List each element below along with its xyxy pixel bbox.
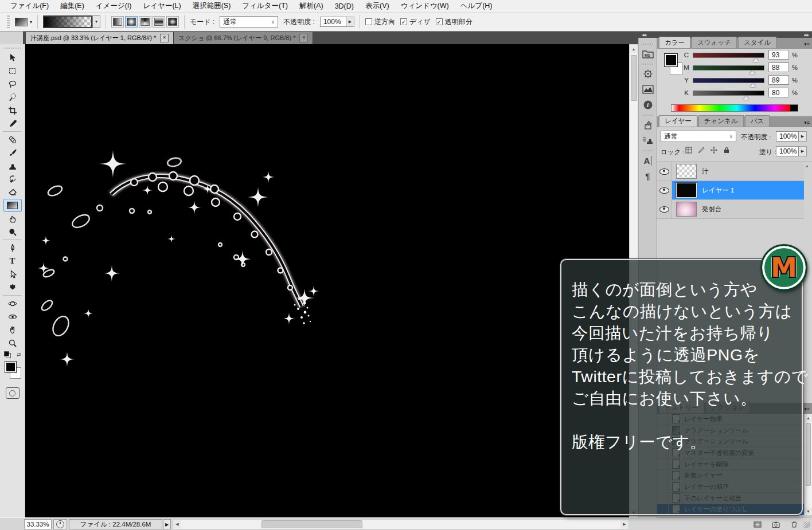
yellow-value-input[interactable]: 89 <box>768 75 789 85</box>
info-icon[interactable]: i <box>641 98 655 112</box>
path-selection-tool[interactable] <box>3 268 22 281</box>
document-tab-active[interactable]: 汁講座.psd @ 33.3% (レイヤー 1, RGB/8#) * ✕ <box>26 32 174 44</box>
menu-edit[interactable]: 編集(E) <box>54 0 90 12</box>
document-tab-inactive[interactable]: スクショ @ 66.7% (レイヤー 9, RGB/8) * ✕ <box>174 32 313 44</box>
color-spectrum-ramp[interactable] <box>671 104 798 112</box>
canvas[interactable] <box>25 44 629 517</box>
dodge-tool[interactable] <box>3 225 22 238</box>
clone-source-icon[interactable] <box>641 134 655 147</box>
histogram-icon[interactable] <box>641 83 655 96</box>
foreground-color-swatch[interactable] <box>5 361 17 373</box>
default-colors-icon[interactable] <box>4 351 10 358</box>
lock-position-icon[interactable] <box>710 146 718 154</box>
clone-stamp-tool[interactable] <box>3 159 22 172</box>
reverse-checkbox[interactable]: 逆方向 <box>365 17 395 27</box>
visibility-toggle[interactable] <box>657 181 672 200</box>
new-document-from-state-button[interactable] <box>751 520 764 529</box>
type-tool[interactable]: T <box>3 254 22 268</box>
vertical-scroll-thumb[interactable] <box>631 55 637 101</box>
scroll-up-icon[interactable]: ▲ <box>630 45 638 53</box>
layer-row-juice[interactable]: 汁 <box>657 162 804 181</box>
magenta-value-input[interactable]: 88 <box>768 62 789 72</box>
layer-name[interactable]: レイヤー 1 <box>702 186 734 195</box>
lock-all-icon[interactable] <box>723 146 731 154</box>
magenta-slider-thumb[interactable] <box>749 70 755 74</box>
dock-grip[interactable] <box>642 113 654 116</box>
toolbar-grip[interactable] <box>4 46 21 50</box>
3d-rotate-tool[interactable] <box>3 297 22 310</box>
visibility-toggle[interactable] <box>657 200 672 219</box>
dock-grip[interactable] <box>642 62 654 65</box>
panel-menu-icon[interactable]: ▾≡ <box>804 41 812 48</box>
reflected-gradient-button[interactable] <box>153 16 165 28</box>
brush-tool[interactable] <box>3 146 22 159</box>
layer-fill-spinner[interactable]: ▶ <box>799 146 807 156</box>
layer-blend-mode-select[interactable]: 通常 ∨ <box>661 131 736 142</box>
cyan-slider-thumb[interactable] <box>753 58 759 62</box>
zoom-tool[interactable] <box>3 336 22 350</box>
canvas-horizontal-scrollbar[interactable]: ◀ ▶ <box>173 519 629 529</box>
menu-view[interactable]: 表示(V) <box>360 0 395 12</box>
3d-orbit-tool[interactable] <box>3 310 22 323</box>
diamond-gradient-button[interactable] <box>166 16 179 28</box>
pen-tool[interactable] <box>3 241 22 254</box>
layer-thumbnail[interactable] <box>676 202 697 217</box>
horizontal-scroll-thumb[interactable] <box>261 520 362 528</box>
panel-menu-icon[interactable]: ▾≡ <box>804 120 812 127</box>
tool-preset-picker[interactable]: ▾ <box>15 18 32 26</box>
tab-color[interactable]: カラー <box>659 37 690 48</box>
layer-name[interactable]: 発射台 <box>702 205 722 214</box>
delete-state-button[interactable] <box>788 520 801 529</box>
mini-bridge-icon[interactable]: Mb <box>641 47 655 61</box>
menu-help[interactable]: ヘルプ(H) <box>455 0 498 12</box>
gradient-preview[interactable] <box>43 15 92 28</box>
yellow-slider[interactable] <box>693 78 764 83</box>
lasso-tool[interactable] <box>3 77 22 91</box>
cyan-slider[interactable] <box>693 53 764 58</box>
smudge-tool[interactable] <box>3 212 22 225</box>
layer-opacity-input[interactable]: 100% <box>776 131 799 142</box>
menu-window[interactable]: ウィンドウ(W) <box>395 0 455 12</box>
opacity-spinner[interactable]: ▶ <box>346 17 354 27</box>
blend-mode-select[interactable]: 通常 ∨ <box>220 16 278 28</box>
menu-filter[interactable]: フィルター(T) <box>236 0 294 12</box>
tab-layers[interactable]: レイヤー <box>659 115 697 127</box>
tab-swatches[interactable]: スウォッチ <box>692 37 737 48</box>
status-menu-arrow[interactable]: ▶ <box>163 519 171 529</box>
lock-transparency-icon[interactable] <box>685 146 693 154</box>
layer-list-scroll-hint[interactable]: ▲ <box>805 164 809 168</box>
expand-dock-icon[interactable]: ▶▶ <box>805 33 809 37</box>
menu-3d[interactable]: 3D(D) <box>329 1 360 11</box>
quick-mask-button[interactable] <box>6 387 19 399</box>
scroll-up-icon[interactable]: ▲ <box>805 414 812 422</box>
zoom-level-input[interactable]: 33.33% <box>24 519 52 529</box>
tool-presets-icon[interactable] <box>641 118 655 132</box>
yellow-slider-thumb[interactable] <box>750 83 756 87</box>
collapse-panels-icon[interactable]: ◀◀ <box>642 33 646 37</box>
navigator-icon[interactable] <box>641 67 655 81</box>
new-snapshot-button[interactable] <box>770 520 782 529</box>
eraser-tool[interactable] <box>3 186 22 199</box>
gradient-editor[interactable]: ▾ <box>43 15 100 28</box>
gradient-picker-arrow[interactable]: ▾ <box>92 15 100 28</box>
foreground-color-swatch[interactable] <box>664 53 678 67</box>
close-icon[interactable]: ✕ <box>160 34 169 42</box>
timing-button[interactable] <box>53 519 67 529</box>
menu-analysis[interactable]: 解析(A) <box>294 0 329 12</box>
visibility-toggle[interactable] <box>657 162 672 181</box>
history-scroll-thumb[interactable] <box>806 423 811 486</box>
history-brush-tool[interactable] <box>3 172 22 186</box>
angle-gradient-button[interactable] <box>139 16 151 28</box>
menu-layer[interactable]: レイヤー(L) <box>138 0 187 12</box>
cyan-value-input[interactable]: 93 <box>768 50 789 60</box>
magenta-slider[interactable] <box>693 65 764 70</box>
crop-tool[interactable] <box>3 104 22 117</box>
dock-grip[interactable] <box>642 149 654 152</box>
history-scrollbar[interactable]: ▲ ▼ <box>804 414 812 516</box>
linear-gradient-button[interactable] <box>111 16 124 28</box>
transparency-checkbox[interactable]: ✓ 透明部分 <box>436 17 473 27</box>
file-info-display[interactable]: ファイル : 22.4M/28.6M <box>69 519 162 529</box>
tab-paths[interactable]: パス <box>745 115 770 127</box>
layer-row-launchpad[interactable]: 発射台 <box>657 200 804 219</box>
layer-thumbnail[interactable] <box>676 183 697 198</box>
